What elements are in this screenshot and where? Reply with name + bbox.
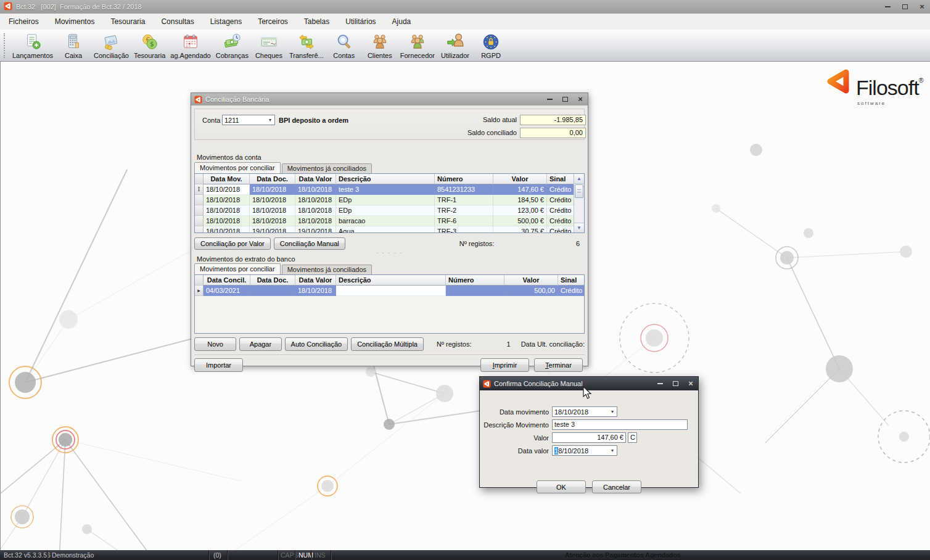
toolbar-button-caixa[interactable]: Caixa — [56, 32, 91, 60]
account-movements-tab-1[interactable]: Movimentos por conciliar — [194, 162, 281, 173]
cell[interactable]: 18/10/2018 — [295, 216, 336, 226]
cell[interactable]: 18/10/2018 — [295, 286, 336, 296]
cell[interactable]: 147,60 € — [493, 184, 547, 195]
cell[interactable]: 500,00 — [504, 286, 558, 296]
cell[interactable]: 18/10/2018 — [250, 195, 295, 205]
column-header-4[interactable]: Descrição — [336, 275, 446, 286]
cell[interactable]: 04/03/2021 — [204, 286, 250, 296]
column-header-2[interactable]: Data Doc. — [250, 275, 295, 286]
grid1-scrollbar[interactable]: ▲ ▼ — [574, 174, 584, 233]
value-date-combo[interactable]: 18/10/2018 ▾ — [552, 445, 617, 456]
menu-item-utilitários[interactable]: Utilitários — [345, 17, 376, 26]
scroll-down-icon[interactable]: ▼ — [574, 223, 584, 233]
app-restore-icon[interactable] — [900, 2, 909, 11]
statement-row-1[interactable]: ▸04/03/202118/10/2018500,00Crédito — [195, 286, 584, 296]
dropdown-arrow-icon[interactable]: ▾ — [608, 409, 617, 414]
dropdown-arrow-icon[interactable]: ▾ — [266, 117, 274, 123]
cell[interactable]: 19/10/2018 — [295, 226, 336, 233]
column-header-1[interactable]: Data Mov. — [204, 174, 250, 184]
dialog-minimize-icon[interactable] — [656, 379, 664, 388]
cell[interactable]: 18/10/2018 — [250, 205, 295, 216]
amount-input[interactable]: 147,60 € — [552, 432, 626, 443]
dialog-close-icon[interactable]: × — [686, 379, 695, 388]
cell[interactable] — [250, 286, 295, 296]
cell[interactable]: 30,75 € — [493, 226, 547, 233]
toolbar-button-lancamentos[interactable]: Lançamentos — [10, 32, 56, 60]
toolbar-grip[interactable] — [4, 33, 7, 58]
cell[interactable]: 19/10/2018 — [250, 226, 295, 233]
cell[interactable]: TRF-3 — [435, 226, 493, 233]
cell[interactable]: 123,00 € — [493, 205, 547, 216]
menu-item-ajuda[interactable]: Ajuda — [392, 17, 411, 26]
cell[interactable]: 18/10/2018 — [250, 184, 295, 195]
movement-row-2[interactable]: 18/10/201818/10/201818/10/2018EDpTRF-118… — [195, 195, 584, 205]
account-combo[interactable]: 1211 ▾ — [222, 115, 275, 125]
column-header-3[interactable]: Data Valor — [295, 174, 336, 184]
cell[interactable]: Crédito — [547, 226, 575, 233]
cell[interactable]: EDp — [336, 205, 435, 216]
toolbar-button-tesouraria[interactable]: €$Tesouraria — [131, 32, 168, 60]
app-minimize-icon[interactable] — [883, 2, 892, 11]
window-close-icon[interactable]: × — [576, 95, 585, 104]
conciliacao-por-valor-button[interactable]: Conciliação por Valor — [194, 237, 271, 250]
column-header-7[interactable]: Sinal — [558, 275, 585, 286]
menu-item-consultas[interactable]: Consultas — [161, 17, 194, 26]
column-header-7[interactable]: Sinal — [547, 174, 575, 184]
cell[interactable]: 18/10/2018 — [295, 205, 336, 216]
menu-item-listagens[interactable]: Listagens — [210, 17, 242, 26]
cell[interactable]: TRF-6 — [435, 216, 493, 226]
menu-item-terceiros[interactable]: Terceiros — [258, 17, 288, 26]
toolbar-button-utilizador[interactable]: Utilizador — [437, 32, 473, 60]
column-header-5[interactable]: Número — [446, 275, 504, 286]
column-header-4[interactable]: Descrição — [336, 174, 435, 184]
cell[interactable]: TRF-2 — [435, 205, 493, 216]
toolbar-button-agendado[interactable]: ag.Agendado — [168, 32, 213, 60]
column-header-2[interactable]: Data Doc. — [250, 174, 295, 184]
cell[interactable]: Agua — [336, 226, 435, 233]
menu-item-ficheiros[interactable]: Ficheiros — [9, 17, 39, 26]
importar-button[interactable]: Importar — [194, 358, 243, 372]
row-selector[interactable] — [195, 216, 204, 226]
movement-description-input[interactable]: teste 3 — [552, 419, 688, 430]
reconciliation-titlebar[interactable]: Conciliação Bancária × — [191, 93, 588, 105]
bank-statement-tab-1[interactable]: Movimentos por conciliar — [194, 263, 281, 274]
conciliacao-manual-button[interactable]: Conciliação Manual — [274, 237, 345, 250]
cell[interactable]: 18/10/2018 — [204, 216, 250, 226]
app-titlebar[interactable]: Bct.32 [002] Formação de Bct.32 / 2018 × — [0, 0, 930, 14]
cell[interactable]: Crédito — [547, 216, 575, 226]
bank-statement-tab-2[interactable]: Movimentos já conciliados — [282, 265, 372, 274]
dialog-maximize-icon[interactable] — [671, 379, 680, 388]
scroll-thumb[interactable] — [575, 184, 583, 198]
cell[interactable]: 18/10/2018 — [204, 184, 250, 195]
row-selector[interactable]: ▸ — [195, 286, 204, 296]
toolbar-button-rgpd[interactable]: RGPD — [473, 32, 509, 60]
cell[interactable]: Crédito — [547, 205, 575, 216]
cell[interactable]: 18/10/2018 — [295, 184, 336, 195]
cell[interactable]: 8541231233 — [435, 184, 493, 195]
dropdown-arrow-icon[interactable]: ▾ — [608, 448, 617, 453]
toolbar-button-conciliacao[interactable]: Conciliação — [91, 32, 131, 60]
imprimir-button[interactable]: Imprimir — [480, 358, 529, 372]
cell[interactable]: TRF-1 — [435, 195, 493, 205]
row-selector[interactable]: I — [195, 184, 204, 195]
bank-statement-grid[interactable]: Data Concil.Data Doc.Data ValorDescrição… — [194, 274, 585, 334]
account-movements-tab-2[interactable]: Movimentos já conciliados — [282, 163, 372, 173]
menu-item-tesouraria[interactable]: Tesouraria — [110, 17, 145, 26]
cell[interactable]: 18/10/2018 — [204, 205, 250, 216]
cell[interactable]: barracao — [336, 216, 435, 226]
column-header-1[interactable]: Data Concil. — [204, 275, 250, 286]
column-header-6[interactable]: Valor — [493, 174, 547, 184]
cell[interactable]: Crédito — [547, 184, 575, 195]
splitter-handle[interactable]: · · · · · — [194, 252, 585, 255]
menu-item-movimentos[interactable]: Movimentos — [55, 17, 95, 26]
apagar-button[interactable]: Apagar — [239, 337, 281, 351]
row-selector[interactable] — [195, 226, 204, 233]
amount-sign-field[interactable]: C — [628, 432, 637, 443]
cell[interactable]: 18/10/2018 — [250, 216, 295, 226]
movement-row-3[interactable]: 18/10/201818/10/201818/10/2018EDpTRF-212… — [195, 205, 584, 216]
cell[interactable] — [446, 286, 504, 296]
conciliacao-multipla-button[interactable]: Conciliação Múltipla — [351, 337, 424, 351]
cell[interactable]: 184,50 € — [493, 195, 547, 205]
novo-button[interactable]: Novo — [194, 337, 236, 351]
cell[interactable]: 18/10/2018 — [204, 226, 250, 233]
